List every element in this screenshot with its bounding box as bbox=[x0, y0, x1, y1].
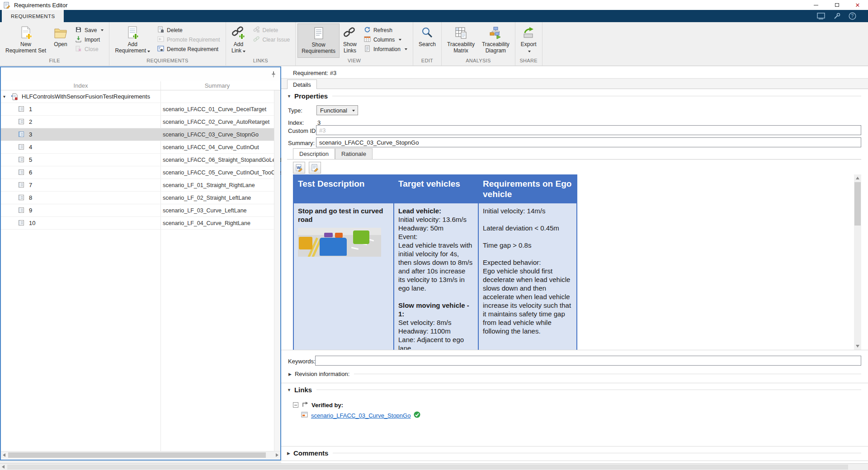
ribbon-section-view: ShowRequirements ShowLinks Refresh C bbox=[296, 22, 413, 66]
slow-vehicle-1-heading: Slow moving vehicle - 1: bbox=[398, 301, 474, 318]
edit-in-word-button[interactable]: W bbox=[293, 162, 305, 174]
delete-requirement-button[interactable]: Delete bbox=[154, 25, 223, 35]
layout-icon[interactable] bbox=[816, 11, 826, 21]
tree-row-3-selected[interactable]: 3 scenario_LFACC_03_Curve_StopnGo bbox=[1, 128, 274, 141]
tree-row-5[interactable]: 5 scenario_LFACC_06_Straight_StopandGoLe… bbox=[1, 154, 274, 166]
open-button[interactable]: Open bbox=[50, 24, 71, 58]
close-button[interactable]: ✕ bbox=[847, 0, 868, 10]
collapse-box-icon[interactable] bbox=[293, 402, 298, 408]
slow1-line: Lane: Adjacent to ego lane bbox=[398, 335, 474, 350]
scroll-right-icon[interactable] bbox=[276, 453, 278, 457]
verified-by-link[interactable]: scenario_LFACC_03_Curve_StopnGo bbox=[311, 412, 410, 419]
requirement-icon bbox=[18, 156, 24, 163]
tree-row-8[interactable]: 8 scenario_LF_02_Straight_LeftLane bbox=[1, 192, 274, 204]
requirement-icon bbox=[18, 194, 24, 201]
titlebar: Requirements Editor ✕ bbox=[0, 0, 868, 10]
add-requirement-icon bbox=[126, 25, 139, 41]
scrollbar-thumb[interactable] bbox=[854, 182, 861, 226]
show-links-label-1: Show bbox=[343, 41, 357, 47]
delete-link-icon bbox=[253, 26, 260, 34]
traceability-diagram-button[interactable]: TraceabilityDiagram bbox=[478, 24, 513, 58]
traceability-matrix-button[interactable]: TraceabilityMatrix bbox=[443, 24, 478, 58]
demote-requirement-button[interactable]: Demote Requirement bbox=[154, 44, 223, 54]
information-button[interactable]: Information bbox=[360, 44, 411, 54]
row-summary: scenario_LF_01_Straight_RightLane bbox=[163, 182, 255, 188]
add-link-button[interactable]: AddLink bbox=[228, 24, 250, 58]
search-button[interactable]: Search bbox=[415, 24, 439, 58]
new-requirement-set-button[interactable]: NewRequirement Set bbox=[2, 24, 50, 58]
export-button[interactable]: Export bbox=[517, 24, 540, 58]
tree-row-9[interactable]: 9 scenario_LF_03_Curve_LeftLane bbox=[1, 204, 274, 217]
requirement-icon bbox=[18, 220, 24, 226]
window-horizontal-scrollbar[interactable] bbox=[0, 463, 868, 470]
tab-description[interactable]: Description bbox=[293, 148, 335, 159]
promote-requirement-label: Promote Requirement bbox=[167, 37, 220, 43]
section-divider bbox=[281, 461, 868, 461]
revision-title: Revision information: bbox=[295, 371, 349, 377]
revision-section-header[interactable]: ▶ Revision information: bbox=[288, 371, 861, 377]
summary-field[interactable] bbox=[316, 137, 861, 147]
properties-section-header[interactable]: ▼ Properties bbox=[287, 92, 861, 100]
row-summary: scenario_LFACC_02_Curve_AutoRetarget bbox=[163, 119, 269, 125]
links-section-header[interactable]: ▼ Links bbox=[287, 386, 861, 394]
tree-row-2[interactable]: 2 scenario_LFACC_02_Curve_AutoRetarget bbox=[1, 116, 274, 128]
maximize-button[interactable] bbox=[826, 0, 847, 10]
add-requirement-button[interactable]: AddRequirement bbox=[111, 24, 154, 58]
information-icon bbox=[364, 45, 371, 53]
scroll-left-icon[interactable] bbox=[2, 465, 5, 469]
add-link-label-2: Link bbox=[231, 47, 245, 54]
keywords-field[interactable] bbox=[315, 356, 861, 366]
add-link-label-1: Add bbox=[231, 41, 245, 47]
save-label: Save bbox=[85, 27, 97, 33]
help-icon[interactable]: ? bbox=[848, 11, 857, 21]
tree-row-1[interactable]: 1 scenario_LFACC_01_Curve_DecelTarget bbox=[1, 103, 274, 116]
refresh-button[interactable]: Refresh bbox=[360, 25, 411, 35]
row-summary: scenario_LFACC_04_Curve_CutInOut bbox=[163, 144, 259, 150]
vehicle-blue-ego bbox=[320, 238, 347, 256]
type-select[interactable]: Functional bbox=[316, 105, 358, 115]
columns-button[interactable]: Columns bbox=[360, 35, 411, 44]
tab-rationale[interactable]: Rationale bbox=[335, 148, 373, 159]
tree-root-row[interactable]: ▾ HLFControlsWithSensorFusionTestRequire… bbox=[1, 90, 274, 103]
row-summary: scenario_LF_02_Straight_LeftLane bbox=[163, 195, 251, 201]
tree-row-10[interactable]: 10 scenario_LF_04_Curve_RightLane bbox=[1, 217, 274, 230]
scroll-up-icon[interactable] bbox=[856, 177, 859, 179]
tree-vertical-scrollbar[interactable] bbox=[274, 90, 280, 451]
comments-section-header[interactable]: ▶ Comments bbox=[287, 449, 861, 457]
row-index: 5 bbox=[29, 156, 32, 163]
minimize-button[interactable] bbox=[806, 0, 826, 10]
properties-title: Properties bbox=[294, 92, 328, 100]
column-index[interactable]: Index bbox=[1, 82, 160, 89]
show-requirements-button[interactable]: ShowRequirements bbox=[297, 24, 340, 58]
verified-by-row[interactable]: Verified by: bbox=[293, 401, 343, 409]
row-summary: scenario_LFACC_05_Curve_CutInOut_TooClos… bbox=[163, 169, 286, 176]
column-summary[interactable]: Summary bbox=[160, 82, 274, 89]
description-vertical-scrollbar[interactable] bbox=[854, 174, 861, 350]
tree-row-6[interactable]: 6 scenario_LFACC_05_Curve_CutInOut_TooCl… bbox=[1, 166, 274, 179]
scrollbar-thumb[interactable] bbox=[8, 452, 266, 458]
clear-issue-icon bbox=[253, 36, 260, 44]
row-summary: scenario_LFACC_03_Curve_StopnGo bbox=[163, 132, 259, 138]
save-button[interactable]: Save bbox=[71, 25, 107, 35]
details-tabstrip: Details bbox=[281, 79, 868, 89]
link-type-icon bbox=[302, 401, 308, 409]
refresh-icon bbox=[364, 26, 371, 34]
tools-icon[interactable] bbox=[832, 11, 841, 21]
requirement-details-panel: Requirement: #3 Details ▼ Properties Typ… bbox=[281, 66, 868, 463]
custom-id-field[interactable] bbox=[316, 125, 861, 135]
tab-details[interactable]: Details bbox=[287, 80, 317, 89]
row-index: 9 bbox=[29, 207, 32, 214]
scroll-left-icon[interactable] bbox=[3, 453, 5, 457]
collapse-chevron-icon[interactable]: ▾ bbox=[3, 94, 5, 99]
scroll-down-icon[interactable] bbox=[856, 345, 859, 348]
import-button[interactable]: Import bbox=[71, 35, 107, 44]
tab-requirements[interactable]: REQUIREMENTS bbox=[2, 10, 64, 22]
show-links-button[interactable]: ShowLinks bbox=[340, 24, 360, 58]
tree-horizontal-scrollbar[interactable] bbox=[1, 451, 280, 459]
tree-row-4[interactable]: 4 scenario_LFACC_04_Curve_CutInOut bbox=[1, 141, 274, 154]
edit-text-button[interactable] bbox=[309, 162, 321, 174]
tree-row-7[interactable]: 7 scenario_LF_01_Straight_RightLane bbox=[1, 179, 274, 192]
pin-icon[interactable] bbox=[271, 71, 276, 80]
scrollbar-thumb[interactable] bbox=[7, 465, 848, 470]
close-file-label: Close bbox=[85, 46, 99, 52]
